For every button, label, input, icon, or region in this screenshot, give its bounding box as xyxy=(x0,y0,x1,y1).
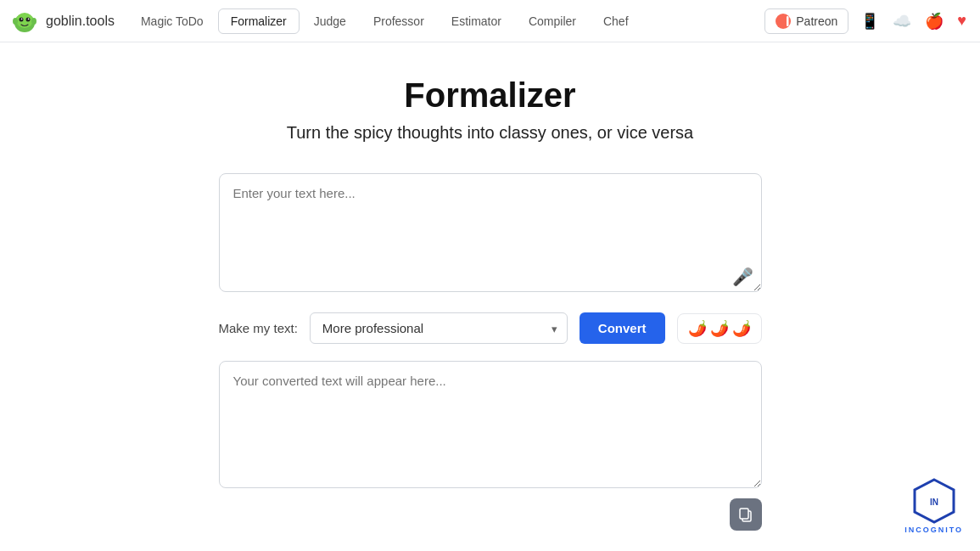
svg-point-5 xyxy=(26,17,31,21)
nav-item-compiler[interactable]: Compiler xyxy=(516,8,589,34)
copy-button[interactable] xyxy=(730,498,762,531)
convert-button[interactable]: Convert xyxy=(580,312,665,344)
page-subtitle: Turn the spicy thoughts into classy ones… xyxy=(287,123,693,143)
svg-point-2 xyxy=(13,18,18,25)
text-output[interactable] xyxy=(219,361,762,488)
svg-rect-11 xyxy=(740,509,748,519)
nav-item-magic-todo[interactable]: Magic ToDo xyxy=(128,8,216,34)
nav-item-formalizer[interactable]: Formalizer xyxy=(218,8,300,34)
incognito-hex-icon: IN xyxy=(911,478,957,524)
text-input[interactable] xyxy=(219,173,762,292)
logo[interactable]: goblin.tools xyxy=(10,7,115,36)
svg-rect-9 xyxy=(787,16,789,26)
copy-icon xyxy=(738,507,753,522)
spice-indicators: 🌶️ 🌶️ 🌶️ xyxy=(677,313,762,344)
svg-point-7 xyxy=(28,18,30,20)
nav-item-chef[interactable]: Chef xyxy=(591,8,641,34)
patreon-icon xyxy=(776,14,791,29)
patreon-button[interactable]: Patreon xyxy=(764,8,848,34)
chili-3[interactable]: 🌶️ xyxy=(732,319,751,338)
svg-point-4 xyxy=(20,17,24,21)
incognito-text: INCOGNITO xyxy=(904,526,963,534)
style-select-wrapper: More professionalMore casualMore formalM… xyxy=(310,312,568,344)
header-icons: 📱 ☁️ 🍎 ♥ xyxy=(857,8,970,34)
incognito-logo: IN INCOGNITO xyxy=(904,478,963,534)
cloud-icon-button[interactable]: ☁️ xyxy=(889,8,915,34)
svg-point-6 xyxy=(21,18,23,20)
input-area: 🎤 xyxy=(219,173,762,295)
make-my-text-label: Make my text: xyxy=(219,321,298,335)
main-nav: Magic ToDoFormalizerJudgeProfessorEstima… xyxy=(128,8,764,34)
nav-item-judge[interactable]: Judge xyxy=(301,8,359,34)
nav-item-professor[interactable]: Professor xyxy=(361,8,437,34)
controls-row: Make my text: More professionalMore casu… xyxy=(219,312,762,344)
output-area xyxy=(219,361,762,492)
chili-2[interactable]: 🌶️ xyxy=(710,319,729,338)
logo-text: goblin.tools xyxy=(46,14,115,29)
mic-icon[interactable]: 🎤 xyxy=(732,267,753,287)
main-content: Formalizer Turn the spicy thoughts into … xyxy=(0,42,980,526)
svg-text:IN: IN xyxy=(930,498,938,507)
nav-item-estimator[interactable]: Estimator xyxy=(439,8,514,34)
header-right: Patreon 📱 ☁️ 🍎 ♥ xyxy=(764,8,970,34)
page-title: Formalizer xyxy=(404,76,575,115)
style-select[interactable]: More professionalMore casualMore formalM… xyxy=(310,312,568,344)
chili-1[interactable]: 🌶️ xyxy=(688,319,707,338)
goblin-icon xyxy=(10,7,39,36)
device-icon-button[interactable]: 📱 xyxy=(857,8,882,34)
heart-button[interactable]: ♥ xyxy=(954,8,970,33)
apple-icon-button[interactable]: 🍎 xyxy=(921,8,947,34)
svg-point-3 xyxy=(31,18,36,25)
